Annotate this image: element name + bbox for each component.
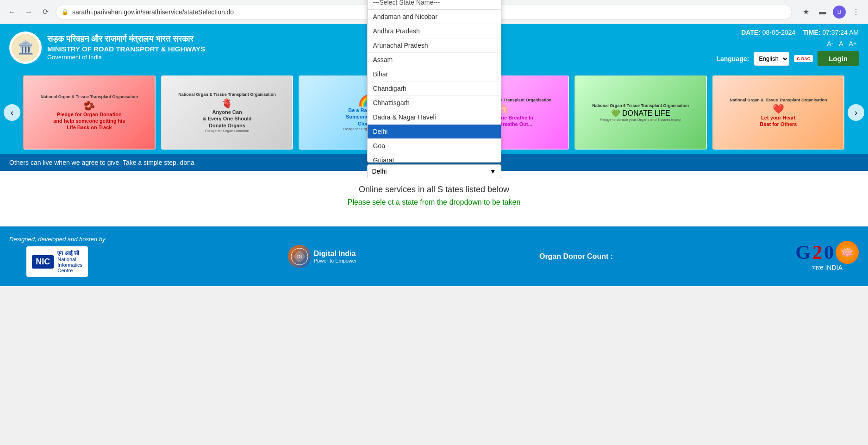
time-area: TIME: 07:37:24 AM <box>803 29 859 36</box>
browser-actions: ★ ▬ U ⋮ <box>799 6 862 19</box>
main-content: Online services in all S tates listed be… <box>0 171 868 226</box>
select-state-instruction: Please sele ct a state from the dropdown… <box>9 198 859 207</box>
g20-logo-area: G 2 0 🪷 भारत INDIA <box>795 241 859 272</box>
ministry-sub: Government of India <box>47 54 205 62</box>
dropdown-item-dadra[interactable]: Dadra & Nagar Haveli <box>368 110 501 125</box>
header-logo-area: 🏛️ सड़क परिवहन और राजमार्ग मंत्रालय भारत… <box>9 31 205 64</box>
refresh-button[interactable]: ⟳ <box>39 6 52 19</box>
ministry-english: MINISTRY OF ROAD TRANSPORT & HIGHWAYS <box>47 44 205 54</box>
carousel-item-6: National Organ & Tissue Transplant Organ… <box>712 75 845 150</box>
emblem-inner: 🏛️ <box>12 34 39 62</box>
footer-digital-india: DI Digital India Power to Empower <box>288 245 357 268</box>
state-select-bottom[interactable]: Delhi ▼ <box>367 164 501 178</box>
digital-india-icon: DI <box>288 245 311 268</box>
dropdown-item-bihar[interactable]: Bihar <box>368 67 501 81</box>
font-small-button[interactable]: A- <box>825 39 835 48</box>
carousel-item-2: National Organ & Tissue Transplant Organ… <box>161 75 293 150</box>
login-button[interactable]: Login <box>818 51 859 66</box>
digital-india-text-block: Digital India Power to Empower <box>314 250 357 263</box>
url-text: sarathi.parivahan.gov.in/sarathiservice/… <box>72 8 234 16</box>
carousel-item-1: National Organ & Tissue Transplant Organ… <box>23 75 156 150</box>
menu-button[interactable]: ⋮ <box>849 6 862 19</box>
g20-2-text: 2 <box>812 241 822 263</box>
dropdown-item-arunachal[interactable]: Arunachal Pradesh <box>368 38 501 53</box>
g20-g-text: G <box>795 241 811 263</box>
g20-0-text: 0 <box>824 241 834 263</box>
nic-abbr: NIC <box>32 255 54 269</box>
nic-hindi: एन आई सी <box>57 250 82 257</box>
profile-avatar[interactable]: U <box>833 6 846 19</box>
bharat-text: भारत INDIA <box>795 264 859 272</box>
date-value: 08-05-2024 <box>762 29 796 36</box>
time-value: 07:37:24 AM <box>822 29 859 36</box>
bookmark-button[interactable]: ★ <box>799 6 812 19</box>
forward-button[interactable]: → <box>22 6 35 19</box>
ministry-text-block: सड़क परिवहन और राजमार्ग मंत्रालय भारत सर… <box>47 34 205 62</box>
carousel-item-5: National Organ 6 Tissue Transplant Organ… <box>575 75 707 150</box>
digital-india-label: Digital India <box>314 250 357 258</box>
designed-text: Designed, developed and hosted by <box>9 236 105 243</box>
digital-india-sub: Power to Empower <box>314 258 357 263</box>
date-label: DATE: 08-05-2024 <box>741 29 795 36</box>
nic-fullname: NationalInformaticsCentre <box>57 257 82 273</box>
service-text: Online services in all S tates listed be… <box>9 185 859 194</box>
dropdown-chevron-icon: ▼ <box>490 168 496 175</box>
carousel-next-button[interactable]: › <box>848 104 864 121</box>
ticker-text: Others can live when we agree to give. T… <box>9 159 194 166</box>
language-label: Language: <box>716 55 749 63</box>
dropdown-item-chhattisgarh[interactable]: Chhattisgarh <box>368 96 501 110</box>
svg-text:DI: DI <box>297 254 302 259</box>
dropdown-item-andaman[interactable]: Andaman and Nicobar <box>368 10 501 24</box>
footer-left: Designed, developed and hosted by NIC एन… <box>9 236 105 277</box>
dropdown-item-andhra[interactable]: Andhra Pradesh <box>368 24 501 38</box>
dropdown-item-assam[interactable]: Assam <box>368 53 501 67</box>
dropdown-item-chandigarh[interactable]: Chandigarh <box>368 81 501 96</box>
state-dropdown[interactable]: ---Select State Name--- Andaman and Nico… <box>367 0 501 163</box>
footer-organ-donor: Organ Donor Count : <box>539 252 613 261</box>
carousel-prev-button[interactable]: ‹ <box>4 104 20 121</box>
selected-state-text: Delhi <box>372 168 387 175</box>
datetime-row: DATE: 08-05-2024 TIME: 07:37:24 AM <box>741 29 859 36</box>
state-dropdown-overlay: ---Select State Name--- Andaman and Nico… <box>367 0 501 178</box>
language-select[interactable]: English हिंदी <box>754 52 789 66</box>
back-button[interactable]: ← <box>6 6 19 19</box>
extensions-button[interactable]: ▬ <box>816 6 829 19</box>
nic-logo-area: NIC एन आई सी NationalInformaticsCentre <box>26 246 88 277</box>
font-medium-button[interactable]: A <box>837 39 845 48</box>
dropdown-item-goa[interactable]: Goa <box>368 139 501 153</box>
state-dropdown-list[interactable]: ---Select State Name--- Andaman and Nico… <box>368 0 501 162</box>
dropdown-item-gujarat[interactable]: Gujarat <box>368 153 501 162</box>
dropdown-item-delhi[interactable]: Delhi <box>368 125 501 139</box>
font-large-button[interactable]: A+ <box>847 39 859 48</box>
lotus-icon: 🪷 <box>836 241 859 264</box>
organ-donor-label: Organ Donor Count : <box>539 252 613 261</box>
emblem: 🏛️ <box>9 31 42 64</box>
lock-icon: 🔒 <box>62 9 69 15</box>
nic-text-block: एन आई सी NationalInformaticsCentre <box>57 250 82 273</box>
language-login-row: Language: English हिंदी C-DAC Login <box>716 51 859 66</box>
font-size-controls: A- A A+ <box>825 39 859 48</box>
cdac-logo: C-DAC <box>794 55 813 62</box>
dropdown-placeholder: ---Select State Name--- <box>368 0 501 10</box>
site-footer: Designed, developed and hosted by NIC एन… <box>0 226 868 286</box>
ministry-hindi: सड़क परिवहन और राजमार्ग मंत्रालय भारत सर… <box>47 34 205 44</box>
header-right: DATE: 08-05-2024 TIME: 07:37:24 AM A- A … <box>716 29 859 66</box>
